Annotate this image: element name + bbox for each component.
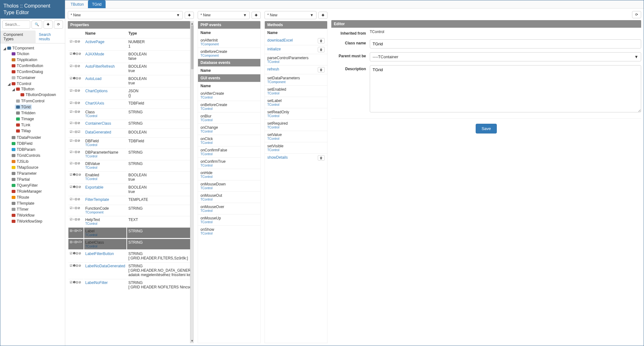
property-origin[interactable]: TControl bbox=[85, 114, 125, 118]
properties-add-button[interactable]: ✚ bbox=[185, 12, 194, 19]
add-type-button[interactable]: ✚ bbox=[44, 20, 53, 29]
tree-node[interactable]: TPartial bbox=[10, 177, 31, 182]
events-new-select[interactable]: * New ▼ bbox=[198, 11, 250, 19]
tree-node[interactable]: TDataProvider bbox=[10, 135, 42, 140]
tree-node[interactable]: TAction bbox=[10, 51, 31, 56]
properties-new-select[interactable]: * New ▼ bbox=[68, 11, 183, 19]
tree-node[interactable]: TWorkflow bbox=[10, 213, 36, 218]
item-origin[interactable]: TControl bbox=[200, 232, 214, 235]
item-origin[interactable]: TControl bbox=[267, 114, 289, 118]
tree-node[interactable]: TContainer bbox=[10, 75, 37, 80]
tree-node[interactable]: TGridControls bbox=[10, 153, 42, 158]
tree-node[interactable]: TParameter bbox=[10, 171, 38, 176]
tree-node[interactable]: THidden bbox=[15, 111, 37, 116]
item-origin[interactable]: TControl bbox=[200, 164, 226, 167]
methods-add-button[interactable]: ✚ bbox=[318, 12, 328, 19]
item-origin[interactable]: TControl bbox=[200, 209, 224, 213]
property-name[interactable]: ChartOptions bbox=[85, 89, 108, 93]
tree-node[interactable]: TDBParam bbox=[10, 147, 37, 152]
property-origin[interactable]: TControl bbox=[85, 143, 125, 147]
refresh-button[interactable]: ⟳ bbox=[54, 20, 63, 29]
item-origin[interactable]: TControl bbox=[200, 220, 221, 224]
tree-toggle-icon[interactable]: ◢ bbox=[12, 87, 15, 92]
tree-node[interactable]: TTimer bbox=[10, 207, 30, 212]
item-origin[interactable]: TControl bbox=[200, 175, 212, 179]
item-name[interactable]: refresh bbox=[267, 67, 279, 71]
tree-node[interactable]: TQueryFilter bbox=[10, 183, 39, 188]
tab[interactable]: TButton bbox=[67, 0, 88, 8]
property-origin[interactable]: TComponent bbox=[85, 211, 125, 214]
property-name[interactable]: DataGenerated bbox=[85, 130, 111, 134]
property-name[interactable]: LabelNoFilter bbox=[85, 281, 108, 285]
item-origin[interactable]: TComponent bbox=[200, 54, 227, 57]
property-origin[interactable]: TControl bbox=[85, 233, 125, 237]
search-input[interactable] bbox=[2, 20, 30, 29]
item-name[interactable]: showDetails bbox=[267, 155, 288, 160]
tree-node[interactable]: TLink bbox=[15, 122, 32, 128]
item-origin[interactable]: TComponent bbox=[267, 80, 300, 84]
tree-node[interactable]: TApplication bbox=[10, 57, 38, 62]
property-name[interactable]: ActivePage bbox=[85, 40, 105, 44]
methods-new-select[interactable]: * New ▼ bbox=[264, 11, 316, 19]
editor-refresh-button[interactable]: ⟳ bbox=[632, 11, 641, 18]
tree-node[interactable]: TTemplate bbox=[10, 201, 36, 206]
property-name[interactable]: AJAXMode bbox=[85, 52, 104, 56]
delete-button[interactable]: 🗑 bbox=[318, 67, 325, 72]
item-origin[interactable]: TControl bbox=[200, 186, 226, 190]
properties-scrollbar[interactable]: ▲ ▼ bbox=[190, 21, 194, 343]
item-origin[interactable]: TControl bbox=[200, 96, 224, 99]
item-origin[interactable]: TControl bbox=[267, 126, 288, 129]
tree-toggle-icon[interactable]: ◢ bbox=[3, 46, 6, 51]
property-origin[interactable]: TControl bbox=[85, 177, 125, 181]
tree-node[interactable]: TWorkflowStep bbox=[10, 219, 44, 224]
methods-body[interactable]: Methods Name downloadExcel🗑initialize🗑pa… bbox=[264, 21, 328, 343]
sidebar-tab-types[interactable]: Component Types bbox=[0, 31, 36, 43]
tab[interactable]: TGrid bbox=[88, 0, 106, 8]
scroll-thumb[interactable] bbox=[191, 25, 194, 69]
delete-button[interactable]: 🗑 bbox=[318, 38, 325, 43]
search-button[interactable]: 🔍 bbox=[32, 20, 42, 29]
item-origin[interactable]: TControl bbox=[267, 103, 281, 106]
item-name[interactable]: initialize bbox=[267, 47, 281, 51]
tree-node[interactable]: TFormControl bbox=[15, 99, 46, 104]
item-origin[interactable]: TControl bbox=[200, 152, 227, 156]
property-name[interactable]: FilterTemplate bbox=[85, 197, 109, 202]
property-origin[interactable]: TControl bbox=[85, 245, 125, 248]
tree-node[interactable]: TButton bbox=[15, 87, 36, 92]
sidebar-tab-results[interactable]: Search results bbox=[36, 31, 65, 43]
property-name[interactable]: Exportable bbox=[85, 185, 103, 190]
tree-node[interactable]: TMapSource bbox=[10, 165, 40, 170]
events-body[interactable]: PHP events Name onAfterInitTComponentonB… bbox=[198, 21, 261, 343]
item-origin[interactable]: TControl bbox=[267, 60, 309, 64]
property-name[interactable]: AutoFilterRefresh bbox=[85, 64, 115, 69]
item-origin[interactable]: TControl bbox=[200, 107, 227, 111]
item-origin[interactable]: TComponent bbox=[200, 43, 219, 46]
property-origin[interactable]: TControl bbox=[85, 222, 125, 225]
textarea-description[interactable]: TGrid bbox=[370, 65, 641, 112]
tree-node[interactable]: TJSLib bbox=[10, 159, 30, 164]
property-name[interactable]: LabelNoDataGenerated bbox=[85, 264, 125, 268]
property-name[interactable]: ContainerClass bbox=[85, 121, 111, 126]
tree-node[interactable]: TRoute bbox=[10, 195, 30, 200]
property-name[interactable]: LabelFilterButton bbox=[85, 252, 114, 256]
item-origin[interactable]: TControl bbox=[267, 148, 283, 152]
scroll-up-icon[interactable]: ▲ bbox=[191, 22, 194, 25]
scroll-down-icon[interactable]: ▼ bbox=[191, 339, 194, 343]
tree-node[interactable]: TComponent bbox=[6, 46, 35, 51]
tree-node[interactable]: TConfirmDialog bbox=[10, 69, 44, 74]
property-origin[interactable]: TControl bbox=[85, 166, 125, 169]
tree-node[interactable]: TGrid bbox=[15, 105, 32, 110]
tree-node[interactable]: TButtonDropdown bbox=[19, 92, 57, 97]
select-parent-must-be[interactable]: ----TContainer ▼ bbox=[370, 52, 641, 61]
item-origin[interactable]: TControl bbox=[200, 118, 212, 122]
tree-toggle-icon[interactable]: ◢ bbox=[7, 82, 10, 86]
events-add-button[interactable]: ✚ bbox=[252, 12, 261, 19]
item-origin[interactable]: TControl bbox=[267, 137, 282, 140]
tree-node[interactable]: TConfirmButton bbox=[10, 63, 44, 68]
item-origin[interactable]: TControl bbox=[200, 130, 218, 133]
property-origin[interactable]: TControl bbox=[85, 155, 125, 158]
delete-button[interactable]: 🗑 bbox=[318, 155, 325, 161]
tree-node[interactable]: TRoleManager bbox=[10, 189, 43, 194]
tree-node[interactable]: TMap bbox=[15, 128, 32, 133]
properties-panel-scroll[interactable]: Properties Name Type ☑○⊟⊘ActivePageNUMBE… bbox=[68, 21, 190, 343]
